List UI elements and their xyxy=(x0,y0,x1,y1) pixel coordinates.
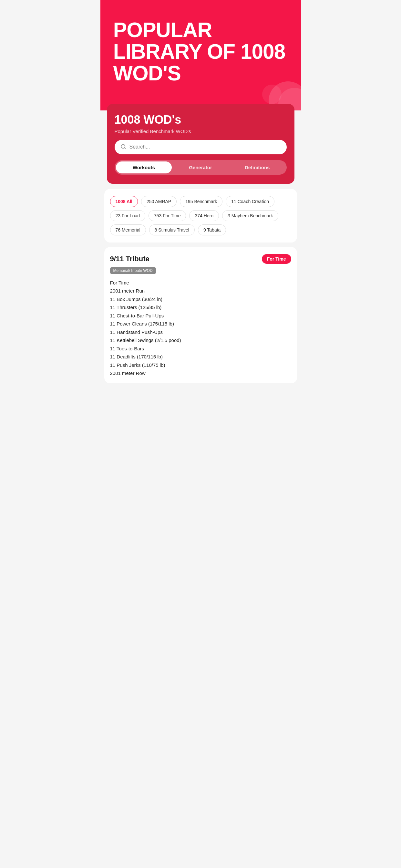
workout-line: 11 Box Jumps (30/24 in) xyxy=(110,295,291,304)
workout-line: 11 Power Cleans (175/115 lb) xyxy=(110,320,291,328)
workout-line: 11 Thrusters (125/85 lb) xyxy=(110,303,291,312)
workout-tag: Memorial/Tribute WOD xyxy=(110,267,156,274)
filter-chip-coach-creation[interactable]: 11 Coach Creation xyxy=(226,196,274,207)
filter-chip-benchmark[interactable]: 195 Benchmark xyxy=(180,196,222,207)
filter-chip-amrap[interactable]: 250 AMRAP xyxy=(141,196,177,207)
filter-chip-hero[interactable]: 374 Hero xyxy=(189,210,219,221)
filter-card: 1008 All 250 AMRAP 195 Benchmark 11 Coac… xyxy=(104,189,297,243)
workout-line: 11 Push Jerks (110/75 lb) xyxy=(110,361,291,369)
card-title: 1008 WOD's xyxy=(115,113,287,127)
workout-line: 11 Deadlifts (170/115 lb) xyxy=(110,352,291,361)
workout-line: 2001 meter Row xyxy=(110,369,291,377)
workout-header: 9/11 Tribute For Time xyxy=(110,254,291,264)
search-bar xyxy=(115,140,287,154)
tab-generator[interactable]: Generator xyxy=(173,161,228,174)
workout-card: 9/11 Tribute For Time Memorial/Tribute W… xyxy=(104,247,297,383)
workout-line: 11 Kettlebell Swings (2/1.5 pood) xyxy=(110,336,291,345)
workout-line: 2001 meter Run xyxy=(110,287,291,295)
filter-chip-mayhem[interactable]: 3 Mayhem Benchmark xyxy=(222,210,278,221)
hero-title: POPULAR LIBRARY OF 1008 WOD'S xyxy=(113,20,288,85)
svg-line-1 xyxy=(124,148,125,149)
workout-line: 11 Toes-to-Bars xyxy=(110,345,291,353)
filter-chip-for-time[interactable]: 753 For Time xyxy=(149,210,186,221)
search-icon xyxy=(120,144,126,151)
tab-bar: Workouts Generator Definitions xyxy=(115,160,287,175)
workout-type-badge: For Time xyxy=(262,254,291,264)
filter-chip-tabata[interactable]: 9 Tabata xyxy=(198,224,226,236)
workout-line: 11 Chest-to-Bar Pull-Ups xyxy=(110,312,291,320)
workout-title: 9/11 Tribute xyxy=(110,255,150,263)
main-card: 1008 WOD's Popular Verified Benchmark WO… xyxy=(107,104,295,184)
search-input[interactable] xyxy=(129,144,281,150)
bg-decoration-circle-2 xyxy=(262,85,281,104)
card-subtitle: Popular Verified Benchmark WOD's xyxy=(115,128,287,134)
filter-chip-all[interactable]: 1008 All xyxy=(110,196,138,207)
hero-section: POPULAR LIBRARY OF 1008 WOD'S xyxy=(100,0,301,111)
workout-description: For Time2001 meter Run11 Box Jumps (30/2… xyxy=(110,279,291,377)
filter-chip-stimulus[interactable]: 8 Stimulus Travel xyxy=(149,224,195,236)
filter-chip-memorial[interactable]: 76 Memorial xyxy=(110,224,146,236)
filter-chip-for-load[interactable]: 23 For Load xyxy=(110,210,146,221)
filter-chips-container: 1008 All 250 AMRAP 195 Benchmark 11 Coac… xyxy=(110,196,291,236)
tab-definitions[interactable]: Definitions xyxy=(229,161,285,174)
workout-line: For Time xyxy=(110,279,291,287)
workout-line: 11 Handstand Push-Ups xyxy=(110,328,291,337)
tab-workouts[interactable]: Workouts xyxy=(116,161,172,174)
